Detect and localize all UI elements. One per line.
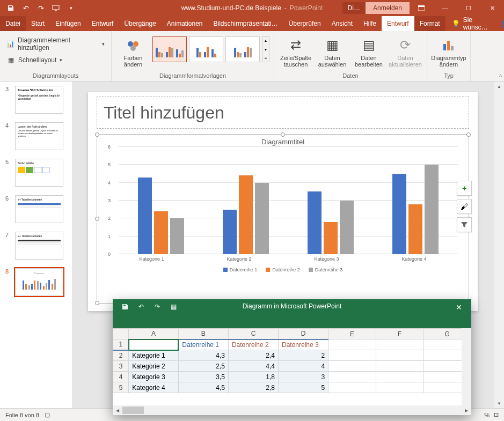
resize-handle[interactable] [466,132,471,137]
cell[interactable] [328,361,376,372]
qat-more-icon[interactable]: ▾ [63,2,78,14]
bar[interactable] [408,204,422,254]
cell[interactable]: 2,4 [228,350,278,361]
row-header[interactable]: 2 [113,350,129,361]
gallery-up-icon[interactable]: ▴ [264,38,268,43]
chart-object[interactable]: Diagrammtitel 0123456 Kategorie 1Kategor… [97,134,469,304]
col-header[interactable]: D [279,329,328,339]
select-all-cell[interactable] [113,329,129,339]
chart-style-2[interactable] [189,36,223,62]
cell[interactable] [376,361,423,372]
cell[interactable] [328,372,376,382]
resize-handle[interactable] [281,132,285,137]
chart-data-window[interactable]: ↶ ↷ ▦ Diagramm in Microsoft PowerPoint ✕… [113,299,471,415]
col-header[interactable]: C [228,329,278,339]
change-chart-type-button[interactable]: Diagrammtyp ändern [432,33,466,71]
cell[interactable] [376,350,423,361]
bar[interactable] [170,218,184,254]
cell[interactable]: 3,5 [178,372,228,382]
bar[interactable] [324,222,338,254]
bar[interactable] [392,174,406,254]
save-icon[interactable] [3,2,18,14]
close-icon[interactable]: ✕ [480,0,504,16]
excel-undo-icon[interactable]: ↶ [134,301,148,313]
resize-handle[interactable] [95,132,99,137]
tab-view[interactable]: Ansicht [326,16,358,31]
tab-animations[interactable]: Animationen [162,16,208,31]
share-button[interactable]: 👤Freigeben [494,16,504,31]
cell[interactable]: 4 [279,361,328,372]
bar[interactable] [154,211,168,254]
cell[interactable]: Kategorie 3 [129,372,179,382]
col-header[interactable]: F [376,329,423,339]
title-placeholder[interactable]: Titel hinzufügen [97,97,469,129]
tab-insert[interactable]: Einfügen [50,16,86,31]
chart-filter-button[interactable] [457,217,472,232]
slide-thumbnails[interactable]: 3Ersetze 500 Schritte imKlingende gestal… [0,82,73,408]
excel-grid[interactable]: ABCDEFG1Datenreihe 1Datenreihe 2Datenrei… [113,328,471,405]
scroll-up-icon[interactable]: ▲ [494,82,504,91]
cell[interactable]: 4,4 [228,361,278,372]
scroll-left-icon[interactable]: ◀ [113,405,122,415]
chart-style-3[interactable] [225,36,260,62]
slide-thumb-4[interactable]: Lassen der Folie ändernUm das interne ge… [15,122,63,150]
cell[interactable] [376,339,423,350]
tab-review[interactable]: Überprüfen [283,16,326,31]
cell[interactable]: 5 [279,382,328,393]
add-chart-element-button[interactable]: 📊Diagrammelement hinzufügen▾ [4,35,107,53]
select-data-button[interactable]: ▦Daten auswählen [315,33,349,71]
col-header[interactable]: B [178,329,228,339]
cell[interactable]: 2,8 [228,382,278,393]
tab-chart-design[interactable]: Entwurf [382,16,414,31]
slide-thumb-7[interactable]: ++ Tabellen arbeiten [15,232,63,260]
fit-icon[interactable]: ⊡ [494,411,499,418]
cell[interactable] [376,382,423,393]
col-header[interactable]: E [328,329,376,339]
row-header[interactable]: 5 [113,382,129,393]
legend-item[interactable]: Datenreihe 2 [266,267,300,272]
excel-vscroll[interactable] [462,328,471,405]
resize-handle[interactable] [95,301,99,305]
excel-redo-icon[interactable]: ↷ [150,301,164,313]
slide-thumb-8[interactable]: Diagramm [15,268,63,296]
cell[interactable] [328,382,376,393]
ribbon-display-icon[interactable] [410,0,433,16]
cell[interactable]: Datenreihe 2 [228,339,278,350]
tab-design[interactable]: Entwurf [86,16,119,31]
bar[interactable] [340,201,354,254]
bar[interactable] [223,210,237,254]
tab-transitions[interactable]: Übergänge [119,16,161,31]
col-header[interactable]: A [129,329,179,339]
notes-icon[interactable]: ▢ [45,411,50,418]
scroll-down-icon[interactable]: ▼ [494,398,504,408]
slide-thumb-6[interactable]: ++ Tabellen arbeiten [15,195,63,223]
collapse-ribbon-icon[interactable]: ^ [499,74,502,80]
bar[interactable] [138,178,152,254]
excel-sheet-icon[interactable]: ▦ [166,301,180,313]
bar[interactable] [239,175,253,254]
quick-layout-button[interactable]: ▦Schnelllayout▾ [4,55,107,65]
tab-help[interactable]: Hilfe [358,16,382,31]
chart-elements-button[interactable]: + [457,181,472,196]
bar[interactable] [255,183,269,254]
slideshow-icon[interactable] [48,2,63,14]
maximize-icon[interactable]: ☐ [457,0,480,16]
change-colors-button[interactable]: Farben ändern [116,33,150,71]
vertical-scrollbar[interactable]: ▲ ▼ [494,82,504,408]
slide-thumb-3[interactable]: Ersetze 500 Schritte imKlingende gestalt… [15,86,63,114]
cell[interactable] [129,339,179,350]
slide-canvas[interactable]: Titel hinzufügen Diagrammtitel 0123456 [88,92,478,311]
bar[interactable] [308,191,322,254]
cell[interactable] [328,339,376,350]
login-button[interactable]: Anmelden [366,2,410,14]
legend-item[interactable]: Datenreihe 3 [309,267,343,272]
edit-data-button[interactable]: ▤Daten bearbeiten [352,33,386,71]
tab-slideshow[interactable]: Bildschirmpräsentati… [208,16,283,31]
tab-format[interactable]: Format [414,16,445,31]
cell[interactable]: Datenreihe 1 [178,339,228,350]
cell[interactable]: 3 [279,372,328,382]
tab-start[interactable]: Start [26,16,50,31]
cell[interactable] [328,350,376,361]
cell[interactable]: 1,8 [228,372,278,382]
legend-item[interactable]: Datenreihe 1 [223,267,258,272]
